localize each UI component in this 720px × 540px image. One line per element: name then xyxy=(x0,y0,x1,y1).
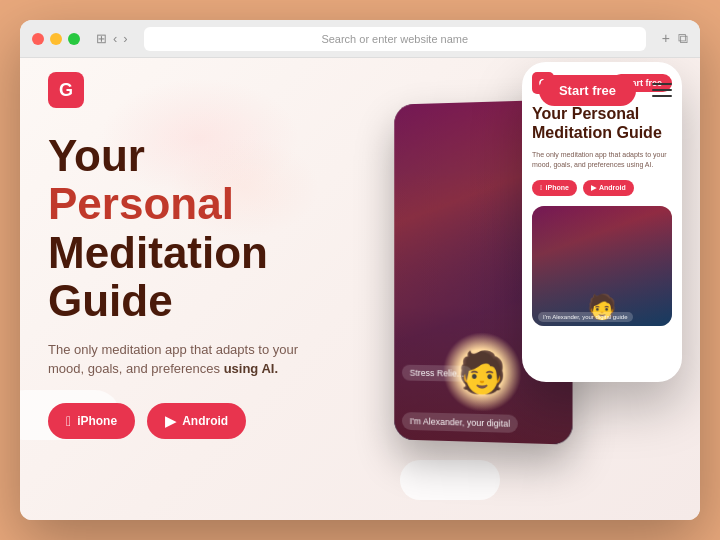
mobile-hero-subtitle: The only meditation app that adapts to y… xyxy=(522,146,682,174)
minimize-button[interactable] xyxy=(50,33,62,45)
hamburger-line-2 xyxy=(652,89,672,91)
stress-label: Stress Relie... xyxy=(402,365,472,382)
android-cta-button[interactable]: ▶ Android xyxy=(147,403,246,439)
site-content: G Start free Your Personal Meditation Gu… xyxy=(20,58,700,520)
maximize-button[interactable] xyxy=(68,33,80,45)
copy-icon[interactable]: ⧉ xyxy=(678,30,688,47)
nav-right: Start free xyxy=(539,75,672,106)
mobile-apple-icon:  xyxy=(540,184,543,191)
hero-subtitle: The only meditation app that adapts to y… xyxy=(48,340,308,379)
hero-images: 🧑 I'm Alexander, your digital Stress Rel… xyxy=(388,122,672,442)
alexander-label: I'm Alexander, your digital xyxy=(402,412,518,433)
traffic-lights xyxy=(32,33,80,45)
browser-actions: + ⧉ xyxy=(662,30,688,47)
start-free-button[interactable]: Start free xyxy=(539,75,636,106)
mobile-phone-image: 🧑 I'm Alexander, your digital guide xyxy=(532,206,672,326)
close-button[interactable] xyxy=(32,33,44,45)
cloud-right xyxy=(400,460,500,500)
site-logo[interactable]: G xyxy=(48,72,84,108)
mobile-cta-buttons:  iPhone ▶ Android xyxy=(522,174,682,202)
site-nav: G Start free xyxy=(20,58,700,122)
nav-buttons: ⊞ ‹ › xyxy=(96,31,128,46)
back-icon[interactable]: ‹ xyxy=(113,31,117,46)
browser-window: ⊞ ‹ › Search or enter website name + ⧉ G… xyxy=(20,20,700,520)
cta-buttons:  iPhone ▶ Android xyxy=(48,403,388,439)
play-icon: ▶ xyxy=(165,413,176,429)
mobile-play-icon: ▶ xyxy=(591,184,596,192)
hero-section: Your Personal Meditation Guide The only … xyxy=(20,122,700,442)
hero-text: Your Personal Meditation Guide The only … xyxy=(48,122,388,442)
search-placeholder: Search or enter website name xyxy=(321,33,468,45)
mobile-iphone-btn[interactable]:  iPhone xyxy=(532,180,577,196)
hamburger-line-1 xyxy=(652,83,672,85)
address-bar[interactable]: Search or enter website name xyxy=(144,27,646,51)
mobile-android-btn[interactable]: ▶ Android xyxy=(583,180,634,196)
sidebar-icon[interactable]: ⊞ xyxy=(96,31,107,46)
hamburger-menu[interactable] xyxy=(652,83,672,97)
forward-icon[interactable]: › xyxy=(123,31,127,46)
hamburger-line-3 xyxy=(652,95,672,97)
hero-title: Your Personal Meditation Guide xyxy=(48,132,388,326)
apple-icon:  xyxy=(66,413,71,429)
mobile-alexander-label: I'm Alexander, your digital guide xyxy=(538,312,633,322)
iphone-cta-button[interactable]:  iPhone xyxy=(48,403,135,439)
browser-chrome: ⊞ ‹ › Search or enter website name + ⧉ xyxy=(20,20,700,58)
new-tab-icon[interactable]: + xyxy=(662,30,670,47)
